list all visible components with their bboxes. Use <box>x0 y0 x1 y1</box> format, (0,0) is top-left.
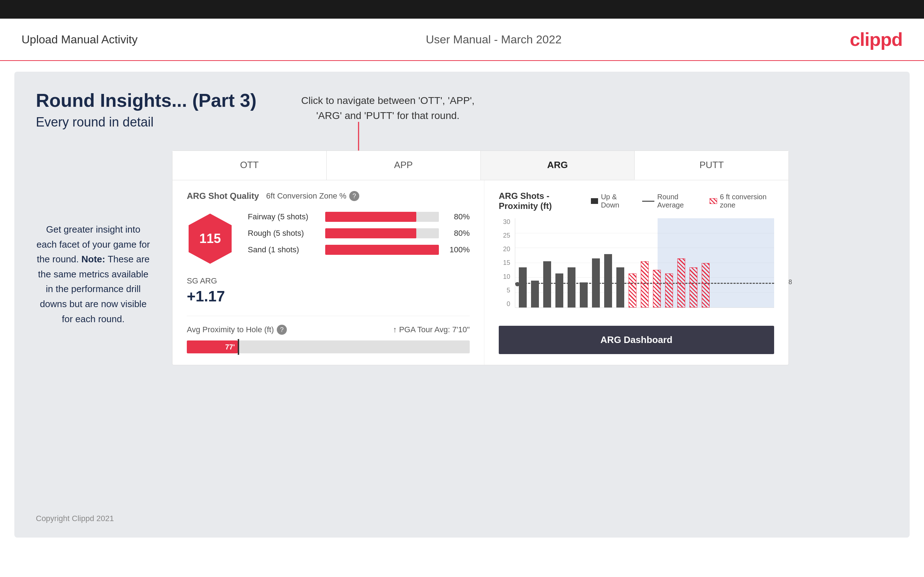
chart-y-axis: 30 25 20 15 10 5 0 <box>499 218 513 308</box>
arg-shot-quality-title: ARG Shot Quality <box>187 191 259 201</box>
sg-arg-value: +1.17 <box>187 288 470 305</box>
shot-row-rough: Rough (5 shots) 80% <box>248 228 470 239</box>
tab-ott[interactable]: OTT <box>173 151 326 180</box>
tab-putt[interactable]: PUTT <box>635 151 788 180</box>
chart-bar-3 <box>556 274 563 308</box>
rough-bar-container <box>325 228 439 239</box>
right-panel: ARG Shots - Proximity (ft) Up & Down Rou… <box>485 180 788 365</box>
legend-hatch-box <box>709 198 717 204</box>
rough-label: Rough (5 shots) <box>248 229 320 238</box>
hexagon-value: 115 <box>199 231 221 246</box>
legend-box-dark <box>591 198 598 204</box>
proximity-title: Avg Proximity to Hole (ft) ? <box>187 325 287 335</box>
proximity-header: Avg Proximity to Hole (ft) ? ↑ PGA Tour … <box>187 325 470 335</box>
legend-conversion-zone: 6 ft conversion zone <box>709 193 774 209</box>
dashed-value-label: 8 <box>788 279 792 286</box>
chart-bar-5 <box>580 282 588 308</box>
proximity-section: Avg Proximity to Hole (ft) ? ↑ PGA Tour … <box>187 316 470 353</box>
proximity-help-icon[interactable]: ? <box>277 325 287 335</box>
rough-bar-fill <box>325 228 416 239</box>
fairway-bar-container <box>325 212 439 222</box>
legend-dash-line <box>642 201 654 202</box>
chart-bar-0 <box>519 268 527 308</box>
note-label: Note: <box>81 254 105 264</box>
nav-hint-line1: Click to navigate between 'OTT', 'APP', <box>301 93 475 108</box>
left-description: Get greater insight into each facet of y… <box>36 222 150 327</box>
chart-bar-14 <box>690 268 698 308</box>
right-panel-header: ARG Shots - Proximity (ft) Up & Down Rou… <box>499 191 774 211</box>
chart-bar-7 <box>604 254 612 308</box>
chart-bar-12 <box>665 274 673 308</box>
chart-bar-6 <box>592 258 600 308</box>
shot-row-fairway: Fairway (5 shots) 80% <box>248 212 470 222</box>
arg-dashboard-button[interactable]: ARG Dashboard <box>499 326 774 354</box>
chart-container: 30 25 20 15 10 5 0 <box>499 218 774 319</box>
chart-bar-15 <box>702 263 709 308</box>
tab-arg[interactable]: ARG <box>481 151 635 180</box>
card-body: ARG Shot Quality 6ft Conversion Zone % ?… <box>173 180 788 365</box>
chart-bar-11 <box>653 270 661 308</box>
chart-bar-10 <box>641 261 649 308</box>
upload-manual-label: Upload Manual Activity <box>21 33 138 46</box>
header: Upload Manual Activity User Manual - Mar… <box>0 19 924 61</box>
chart-area: 8 <box>515 218 774 308</box>
chart-bar-2 <box>543 261 551 308</box>
chart-bar-1 <box>531 280 539 308</box>
proximity-bar-container: 77' <box>187 340 470 353</box>
legend-round-avg: Round Average <box>642 193 699 209</box>
main-content: Round Insights... (Part 3) Every round i… <box>15 72 909 538</box>
footer: Copyright Clippd 2021 <box>36 514 114 523</box>
right-panel-title: ARG Shots - Proximity (ft) <box>499 191 591 211</box>
legend-up-down: Up & Down <box>591 193 632 209</box>
tab-bar: OTT APP ARG PUTT <box>173 151 788 180</box>
sand-bar-fill <box>325 245 439 255</box>
proximity-bar-fill: 77' <box>187 340 238 353</box>
arg-header: ARG Shot Quality 6ft Conversion Zone % ? <box>187 191 470 201</box>
hexagon-container: 115 Fairway (5 shots) 80% <box>187 212 470 266</box>
sand-pct: 100% <box>444 245 470 255</box>
fairway-bar-fill <box>325 212 416 222</box>
doc-title: User Manual - March 2022 <box>426 33 562 46</box>
chart-bar-4 <box>568 268 575 308</box>
top-bar <box>0 0 924 19</box>
sand-bar-container <box>325 245 439 255</box>
chart-bar-8 <box>616 268 624 308</box>
chart-bar-13 <box>677 258 685 308</box>
tab-app[interactable]: APP <box>326 151 481 180</box>
dashboard-card: OTT APP ARG PUTT ARG Shot Quality 6ft Co… <box>172 150 789 365</box>
proximity-pga-avg: ↑ PGA Tour Avg: 7'10" <box>393 325 470 334</box>
shot-bars: Fairway (5 shots) 80% Rough (5 shots) <box>248 212 470 261</box>
hexagon: 115 <box>187 212 233 266</box>
help-icon[interactable]: ? <box>349 191 359 201</box>
left-panel: ARG Shot Quality 6ft Conversion Zone % ?… <box>173 180 485 365</box>
legend: Up & Down Round Average 6 ft conversion … <box>591 193 774 209</box>
rough-pct: 80% <box>444 229 470 238</box>
sand-label: Sand (1 shots) <box>248 245 320 255</box>
proximity-cursor <box>238 339 239 355</box>
highlight-bar <box>657 218 774 308</box>
clippd-logo: clippd <box>850 29 903 50</box>
fairway-label: Fairway (5 shots) <box>248 212 320 221</box>
sg-section: SG ARG +1.17 <box>187 276 470 305</box>
fairway-pct: 80% <box>444 212 470 221</box>
conversion-zone-label: 6ft Conversion Zone % ? <box>266 191 359 201</box>
sg-arg-label: SG ARG <box>187 276 470 285</box>
chart-bar-9 <box>628 274 636 308</box>
shot-row-sand: Sand (1 shots) 100% <box>248 245 470 255</box>
